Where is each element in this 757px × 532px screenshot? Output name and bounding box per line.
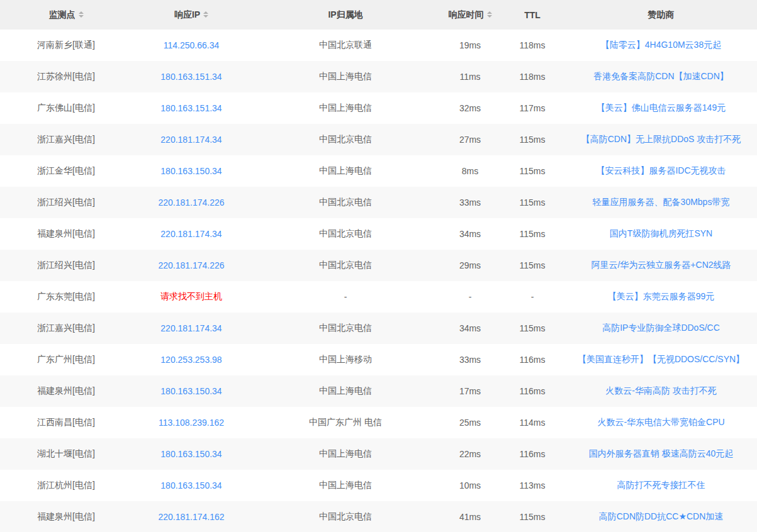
table-row: 广东佛山[电信] 180.163.151.34 中国上海电信 32ms 117m… xyxy=(0,92,757,124)
response-ip-link[interactable]: 180.163.151.34 xyxy=(160,72,221,82)
response-ip-link[interactable]: 120.253.253.98 xyxy=(160,355,221,365)
response-time-label: 10ms xyxy=(459,480,481,490)
response-ip-link[interactable]: 220.181.174.34 xyxy=(160,229,221,239)
sponsor-cell: 国内外服务器直销 极速高防云40元起 xyxy=(565,438,757,470)
response-ip-cell: 120.253.253.98 xyxy=(132,344,250,375)
sponsor-link[interactable]: 【陆零云】4H4G10M云38元起 xyxy=(601,40,721,50)
response-ip-link[interactable]: 220.181.174.226 xyxy=(158,197,224,208)
node-cell: 河南新乡[联通] xyxy=(0,30,132,61)
table-row: 福建泉州[电信] 180.163.150.34 中国上海电信 17ms 116m… xyxy=(0,375,757,407)
node-cell: 江苏徐州[电信] xyxy=(0,61,132,92)
column-header-node[interactable]: 监测点 xyxy=(0,0,132,30)
sponsor-link[interactable]: 火数云-华南高防 攻击打不死 xyxy=(605,385,717,396)
sponsor-link[interactable]: 香港免备案高防CDN【加速CDN】 xyxy=(593,71,729,81)
sponsor-link[interactable]: 阿里云/华为云独立服务器+CN2线路 xyxy=(591,260,731,270)
column-header-ip-location-label: IP归属地 xyxy=(328,9,362,19)
response-time-label: 29ms xyxy=(459,260,481,270)
node-cell: 广东东莞[电信] xyxy=(0,281,132,313)
sort-icon xyxy=(79,11,84,18)
sponsor-link[interactable]: 【安云科技】服务器IDC无视攻击 xyxy=(596,165,726,175)
response-ip-link[interactable]: 220.181.174.34 xyxy=(160,323,221,333)
column-header-response-time[interactable]: 响应时间 xyxy=(440,0,500,30)
sponsor-link[interactable]: 高防打不死专接扛不住 xyxy=(617,480,705,490)
sponsor-link[interactable]: 火数云-华东电信大带宽铂金CPU xyxy=(597,417,724,427)
ttl-label: 113ms xyxy=(520,480,546,490)
column-header-sponsor-label: 赞助商 xyxy=(648,9,675,19)
ttl-cell: 115ms xyxy=(500,501,565,532)
response-ip-link[interactable]: 180.163.151.34 xyxy=(160,103,221,113)
table-body: 河南新乡[联通] 114.250.66.34 中国北京联通 19ms 118ms… xyxy=(0,30,757,532)
table-row: 浙江绍兴[电信] 220.181.174.226 中国北京电信 33ms 115… xyxy=(0,187,757,218)
response-time-cell: 19ms xyxy=(440,30,500,61)
ip-location-cell: 中国北京电信 xyxy=(250,218,440,250)
ip-location-label: 中国北京联通 xyxy=(319,40,372,50)
response-ip-link[interactable]: 180.163.150.34 xyxy=(160,386,221,396)
sponsor-cell: 【高防CDN】无上限抗DDoS 攻击打不死 xyxy=(565,124,757,155)
node-label: 浙江绍兴[电信] xyxy=(37,260,95,270)
ttl-label: - xyxy=(531,292,534,302)
response-ip-link[interactable]: 180.163.150.34 xyxy=(160,480,221,490)
ip-location-label: 中国北京电信 xyxy=(319,197,372,207)
table-row: 浙江杭州[电信] 180.163.150.34 中国上海电信 10ms 113m… xyxy=(0,470,757,501)
sponsor-link[interactable]: 【美国直连秒开】【无视DDOS/CC/SYN】 xyxy=(578,354,744,364)
ttl-cell: 115ms xyxy=(500,124,565,155)
ttl-label: 115ms xyxy=(520,512,546,522)
table-row: 江苏徐州[电信] 180.163.151.34 中国上海电信 11ms 118m… xyxy=(0,61,757,92)
ip-location-cell: 中国北京电信 xyxy=(250,250,440,281)
node-cell: 湖北十堰[电信] xyxy=(0,438,132,470)
ttl-cell: 116ms xyxy=(500,438,565,470)
response-time-cell: 10ms xyxy=(440,470,500,501)
ttl-cell: 115ms xyxy=(500,218,565,250)
response-time-cell: 17ms xyxy=(440,375,500,407)
ip-location-cell: 中国上海电信 xyxy=(250,61,440,92)
sponsor-cell: 【美云】东莞云服务器99元 xyxy=(565,281,757,313)
ip-location-cell: 中国北京电信 xyxy=(250,124,440,155)
node-cell: 广东佛山[电信] xyxy=(0,92,132,124)
node-cell: 浙江嘉兴[电信] xyxy=(0,124,132,155)
ip-location-cell: 中国上海电信 xyxy=(250,92,440,124)
response-ip-link[interactable]: 220.181.174.226 xyxy=(158,260,224,270)
ttl-label: 116ms xyxy=(520,386,546,396)
response-time-cell: 27ms xyxy=(440,124,500,155)
ttl-cell: 113ms xyxy=(500,470,565,501)
sponsor-link[interactable]: 国内外服务器直销 极速高防云40元起 xyxy=(589,448,733,458)
response-ip-link[interactable]: 114.250.66.34 xyxy=(164,40,220,50)
column-header-response-ip[interactable]: 响应IP xyxy=(132,0,250,30)
node-label: 浙江杭州[电信] xyxy=(37,480,95,490)
response-time-label: 41ms xyxy=(459,512,481,522)
sponsor-link[interactable]: 【美云】东莞云服务器99元 xyxy=(608,291,715,301)
ttl-cell: 115ms xyxy=(500,187,565,218)
sponsor-cell: 高防打不死专接扛不住 xyxy=(565,470,757,501)
ttl-label: 118ms xyxy=(520,72,546,82)
sponsor-link[interactable]: 【美云】佛山电信云服务器149元 xyxy=(597,103,726,113)
sponsor-cell: 香港免备案高防CDN【加速CDN】 xyxy=(565,61,757,92)
ttl-cell: 117ms xyxy=(500,92,565,124)
sponsor-cell: 【美国直连秒开】【无视DDOS/CC/SYN】 xyxy=(565,344,757,375)
response-ip-link[interactable]: 220.181.174.162 xyxy=(158,512,224,522)
ip-location-cell: 中国上海电信 xyxy=(250,375,440,407)
response-ip-cell: 220.181.174.34 xyxy=(132,313,250,344)
sponsor-link[interactable]: 高防IP专业防御全球DDoS/CC xyxy=(602,323,720,333)
sponsor-link[interactable]: 【高防CDN】无上限抗DDoS 攻击打不死 xyxy=(581,134,741,144)
response-ip-link[interactable]: 113.108.239.162 xyxy=(159,418,224,428)
response-ip-link[interactable]: 220.181.174.34 xyxy=(160,135,221,145)
sponsor-cell: 火数云-华南高防 攻击打不死 xyxy=(565,375,757,407)
sponsor-link[interactable]: 轻量应用服务器、配备30Mbps带宽 xyxy=(593,197,730,207)
response-ip-link[interactable]: 180.163.150.34 xyxy=(160,449,221,459)
response-ip-cell: 180.163.151.34 xyxy=(132,92,250,124)
sponsor-link[interactable]: 高防CDN防DD抗CC★CDN加速 xyxy=(599,511,724,521)
node-label: 江苏徐州[电信] xyxy=(37,71,95,81)
response-time-label: 34ms xyxy=(459,323,481,333)
sponsor-link[interactable]: 国内T级防御机房死扛SYN xyxy=(610,228,712,238)
response-ip-link[interactable]: 180.163.150.34 xyxy=(160,166,221,176)
ip-location-label: 中国北京电信 xyxy=(319,260,372,270)
response-ip-cell: 180.163.150.34 xyxy=(132,375,250,407)
sponsor-cell: 阿里云/华为云独立服务器+CN2线路 xyxy=(565,250,757,281)
column-header-ttl: TTL xyxy=(500,0,565,30)
response-time-label: 17ms xyxy=(459,386,481,396)
ip-location-cell: 中国上海移动 xyxy=(250,344,440,375)
column-header-ip-location: IP归属地 xyxy=(250,0,440,30)
response-time-label: 34ms xyxy=(459,229,481,239)
response-time-label: 32ms xyxy=(459,103,481,113)
response-time-cell: 34ms xyxy=(440,218,500,250)
